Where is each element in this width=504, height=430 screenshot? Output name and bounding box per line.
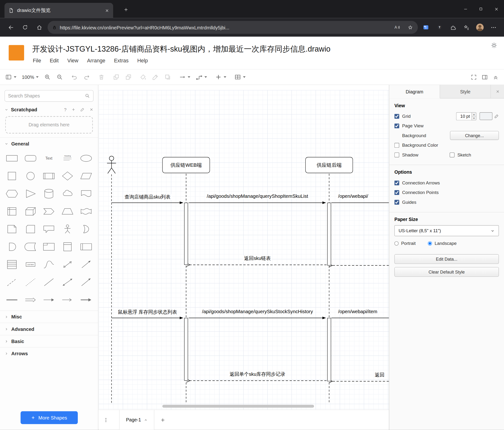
to-back-icon[interactable]	[125, 74, 132, 80]
shape-document[interactable]	[77, 186, 95, 201]
edit-data-button[interactable]: Edit Data...	[395, 254, 499, 264]
new-tab-button[interactable]	[120, 4, 132, 15]
shape-parallelogram[interactable]	[77, 169, 95, 183]
fullscreen-icon[interactable]	[471, 74, 477, 80]
shape-triangle[interactable]	[21, 186, 40, 201]
menu-help[interactable]: Help	[137, 58, 148, 64]
format-panel-close-icon[interactable]	[496, 85, 504, 98]
waypoints-button[interactable]	[196, 74, 207, 80]
shape-note[interactable]	[3, 222, 21, 236]
grid-color-swatch[interactable]	[480, 112, 493, 120]
shape-cube[interactable]	[21, 204, 40, 219]
shape-ellipse[interactable]	[77, 151, 95, 166]
zoom-level-dropdown[interactable]: 100%	[22, 74, 39, 80]
shadow-checkbox[interactable]	[395, 152, 399, 157]
scratchpad-add-icon[interactable]	[71, 108, 76, 112]
message-label[interactable]: 鼠标悬浮 库存同步状态列表	[117, 309, 178, 315]
extensions-puzzle-icon[interactable]	[447, 22, 459, 33]
landscape-option[interactable]: Landscape	[428, 241, 457, 246]
shape-dashed-line[interactable]	[3, 275, 21, 290]
participant-web[interactable]: 供应链WEB端	[162, 157, 210, 173]
browser-menu-icon[interactable]	[488, 22, 499, 33]
shape-dotted-line[interactable]	[21, 275, 40, 290]
shape-trapezoid[interactable]	[58, 204, 77, 219]
landscape-radio[interactable]	[428, 241, 432, 246]
shape-data-storage[interactable]	[21, 239, 40, 254]
section-basic[interactable]: Basic	[0, 335, 98, 347]
shape-list-item[interactable]: List Item	[21, 257, 40, 272]
format-panel-toggle-icon[interactable]	[482, 74, 488, 80]
delete-icon[interactable]	[98, 74, 105, 80]
tab-close-icon[interactable]	[105, 8, 109, 13]
shape-directional-connector[interactable]	[77, 275, 95, 290]
shape-circle[interactable]	[21, 169, 40, 183]
zoom-in-icon[interactable]	[44, 74, 51, 80]
back-icon[interactable]	[5, 21, 17, 33]
reload-icon[interactable]	[19, 21, 31, 33]
shape-diamond[interactable]	[58, 169, 77, 183]
shape-horizontal-container[interactable]	[77, 239, 95, 254]
scratchpad-header[interactable]: Scratchpad ?	[0, 104, 98, 113]
insert-button[interactable]	[215, 74, 226, 80]
paper-size-select[interactable]: US-Letter (8,5" x 11")	[395, 225, 499, 236]
tab-diagram[interactable]: Diagram	[389, 85, 440, 99]
grid-checkbox[interactable]	[395, 114, 399, 119]
browser-tab[interactable]: drawio文件预览	[5, 3, 113, 18]
participant-backend[interactable]: 供应链后端	[306, 157, 353, 173]
activation-bar[interactable]	[327, 203, 331, 266]
shape-search[interactable]	[5, 90, 94, 102]
url-text[interactable]: https://file.kkview.cn/onlinePreview?url…	[60, 25, 389, 30]
shape-or[interactable]	[77, 222, 95, 236]
shape-arrow-connector[interactable]	[40, 292, 58, 307]
to-front-icon[interactable]	[113, 74, 120, 80]
undo-icon[interactable]	[71, 74, 78, 80]
activation-bar[interactable]	[184, 318, 188, 381]
menu-file[interactable]: File	[33, 58, 41, 64]
shape-rounded-rectangle[interactable]	[21, 151, 40, 166]
shape-filled-arrow[interactable]	[77, 292, 95, 307]
tampermonkey-extension-icon[interactable]: T	[434, 22, 445, 33]
section-arrows[interactable]: Arrows	[0, 347, 98, 359]
theme-toggle-sun-icon[interactable]	[490, 42, 498, 49]
message-label[interactable]: 返回单个sku库存同步记录	[229, 371, 286, 377]
grid-size-input[interactable]	[456, 112, 472, 120]
clear-default-style-button[interactable]: Clear Default Style	[395, 267, 499, 277]
shape-callout[interactable]	[40, 222, 58, 236]
background-change-button[interactable]: Change...	[450, 131, 499, 140]
page-view-checkbox[interactable]	[395, 123, 399, 128]
menu-view[interactable]: View	[67, 58, 78, 64]
connection-style-button[interactable]	[179, 74, 190, 80]
shape-curve[interactable]	[40, 257, 58, 272]
shape-link[interactable]	[21, 292, 40, 307]
message-label[interactable]: /open/webapi/	[337, 194, 369, 199]
split-screen-icon[interactable]	[421, 22, 432, 33]
menu-arrange[interactable]: Arrange	[87, 58, 106, 64]
shape-process[interactable]	[40, 169, 58, 183]
message-label[interactable]: /open/webapi/item	[337, 309, 378, 314]
view-format-button[interactable]	[5, 74, 17, 80]
redo-icon[interactable]	[83, 74, 90, 80]
shape-rectangle[interactable]	[3, 151, 21, 166]
page-tab[interactable]: Page-1	[119, 410, 154, 430]
scratchpad-help-icon[interactable]: ?	[64, 107, 67, 112]
more-shapes-button[interactable]: More Shapes	[20, 411, 78, 424]
shape-cylinder[interactable]	[40, 186, 58, 201]
shape-and[interactable]	[3, 239, 21, 254]
shape-card[interactable]	[21, 222, 40, 236]
diagram-canvas[interactable]: 供应链WEB端 供应链后端 查询店铺商品sku列表 /api/goods/sho…	[99, 85, 389, 410]
message-label[interactable]: /api/goods/shopManage/queryShopItemSkuLi…	[206, 194, 309, 199]
activation-bar[interactable]	[327, 318, 331, 381]
shape-textbox[interactable]: Heading	[58, 151, 77, 166]
scratchpad-close-icon[interactable]	[89, 108, 94, 112]
shape-line[interactable]	[40, 275, 58, 290]
favorites-list-icon[interactable]	[461, 22, 472, 33]
fill-color-icon[interactable]	[140, 74, 146, 80]
message-label[interactable]: 查询店铺商品sku列表	[124, 194, 171, 200]
menu-edit[interactable]: Edit	[50, 58, 58, 64]
scratchpad-dropzone[interactable]: Drag elements here	[5, 116, 93, 133]
section-advanced[interactable]: Advanced	[0, 323, 98, 335]
shape-text[interactable]: Text	[40, 151, 58, 166]
tab-style[interactable]: Style	[440, 85, 491, 98]
zoom-out-icon[interactable]	[56, 74, 63, 80]
line-color-icon[interactable]	[152, 74, 159, 80]
